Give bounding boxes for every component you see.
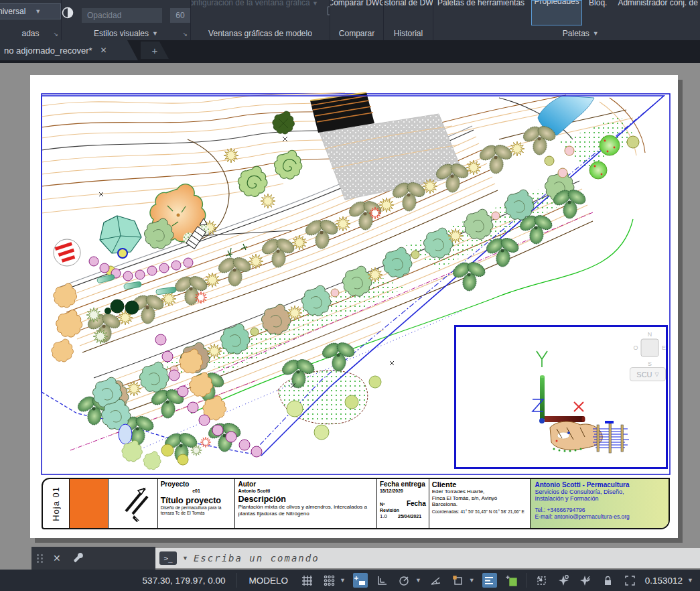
ortho-mode-icon[interactable] bbox=[375, 573, 390, 588]
chevron-down-icon[interactable]: ▼ bbox=[340, 577, 346, 584]
file-tab-bar: no adjornado_recover* ✕ + bbox=[0, 40, 700, 63]
dialog-launcher-icon[interactable]: ↘ bbox=[182, 31, 188, 38]
customize-wrench-icon[interactable] bbox=[70, 550, 84, 566]
chevron-down-icon: ▼ bbox=[312, 0, 318, 7]
inset-viewport[interactable]: N S E O SCU▽ bbox=[454, 325, 668, 469]
ucs-selector[interactable]: SCU▽ bbox=[630, 367, 666, 381]
object-snap-icon[interactable] bbox=[482, 573, 497, 588]
command-bar: ✕ >_ ▼ Escriba un comando bbox=[0, 547, 700, 570]
tool-palettes-button[interactable]: Paletas de herramientas bbox=[433, 0, 529, 8]
compare-dwg-button[interactable]: Comparar DWG bbox=[330, 0, 383, 8]
compass-n: N bbox=[648, 331, 652, 338]
panel-palettes: Paletas de herramientas Propiedades Bloq… bbox=[433, 0, 700, 40]
title-block: Hoja 01 Proyecto e01 Título proyecto Dis… bbox=[42, 478, 670, 529]
command-prompt-text: Escriba un comando bbox=[194, 553, 320, 564]
annotation-scale[interactable]: 0.153012 bbox=[645, 576, 683, 586]
divider bbox=[236, 573, 237, 588]
chevron-down-icon[interactable]: ▼ bbox=[469, 577, 475, 584]
dwg-history-button[interactable]: Historial de DWG bbox=[384, 0, 433, 8]
compass-s: S bbox=[648, 360, 652, 367]
drawing-canvas-background[interactable]: N S E O SCU▽ Hoja 01 bbox=[0, 63, 700, 548]
panel-history: Historial de DWG Historial bbox=[384, 0, 433, 40]
north-arrow-icon bbox=[111, 482, 154, 526]
inset-3d-view: N S E O bbox=[456, 327, 666, 467]
command-bar-handle[interactable]: ✕ bbox=[31, 547, 155, 570]
company-cell: Antonio Scotti - Permacultura Servicios … bbox=[531, 479, 669, 528]
3d-object-snap-icon[interactable] bbox=[557, 573, 571, 588]
chevron-down-icon[interactable]: ▼ bbox=[415, 577, 421, 584]
color-key-cell bbox=[70, 479, 109, 528]
paper-sheet[interactable]: N S E O SCU▽ Hoja 01 bbox=[30, 75, 678, 538]
drag-grip-icon[interactable] bbox=[37, 554, 44, 563]
chevron-down-icon[interactable]: ▼ bbox=[687, 577, 693, 584]
panel-visual-styles: Opacidad 60 Estilos visuales▼ ↘ bbox=[62, 0, 191, 40]
coordinates-readout: 537.30, 179.97, 0.00 bbox=[143, 576, 226, 586]
chevron-down-icon: ▼ bbox=[152, 30, 158, 37]
status-bar: 537.30, 179.97, 0.00 MODELO ▼ ▼ ▼ bbox=[0, 570, 700, 591]
dialog-launcher-icon[interactable]: ↘ bbox=[53, 31, 58, 38]
isolate-objects-icon[interactable] bbox=[623, 573, 638, 588]
panel-compare: Comparar DWG Comparar bbox=[330, 0, 384, 40]
object-snap-tracking-icon[interactable] bbox=[451, 573, 466, 588]
panel-history-label: Historial bbox=[384, 27, 433, 40]
client-cell: Cliente Eder Torrades Huarte, Finca El T… bbox=[429, 479, 531, 528]
close-icon[interactable]: ✕ bbox=[100, 46, 107, 55]
lock-ui-button[interactable]: Bloq. bbox=[585, 0, 611, 8]
divider bbox=[527, 573, 527, 588]
visual-style-toggle-icon[interactable] bbox=[62, 7, 74, 21]
properties-button[interactable]: Propiedades bbox=[531, 0, 582, 25]
chevron-down-icon: ▼ bbox=[593, 30, 599, 37]
lineweight-icon[interactable] bbox=[504, 573, 519, 588]
ucs-dropdown[interactable]: niversal ▼ bbox=[0, 3, 61, 19]
ribbon: niversal ▼ adas ↘ Opacidad 60 Estilos vi… bbox=[0, 0, 700, 40]
lock-ui-icon[interactable] bbox=[601, 573, 616, 588]
new-tab-button[interactable]: + bbox=[141, 42, 169, 59]
dates-cell: Fecha entrega 18/12/2020 Nº Revisión Fec… bbox=[377, 479, 429, 528]
polar-tracking-icon[interactable] bbox=[397, 573, 412, 588]
model-space-button[interactable]: MODELO bbox=[249, 576, 288, 586]
author-description-cell: Autor Antonio Scotti Descripción Plantac… bbox=[235, 479, 377, 528]
snap-mode-icon[interactable] bbox=[322, 573, 336, 588]
isometric-drafting-icon[interactable] bbox=[429, 573, 443, 588]
named-viewport-icon bbox=[326, 5, 330, 20]
dynamic-input-icon[interactable] bbox=[353, 573, 368, 588]
panel-model-viewports-label: Ventanas gráficas de modelo bbox=[191, 27, 330, 40]
close-icon[interactable]: ✕ bbox=[53, 553, 61, 564]
chevron-down-icon: ▽ bbox=[655, 371, 659, 377]
viewcube[interactable]: N S E O bbox=[633, 331, 666, 367]
command-history-icon[interactable]: >_ bbox=[159, 551, 177, 565]
viewport-config-button[interactable]: Configuración de la ventana gráfica ▼ bbox=[191, 0, 322, 9]
panel-visual-styles-label[interactable]: Estilos visuales▼ bbox=[62, 27, 190, 40]
opacity-input[interactable]: Opacidad bbox=[82, 8, 162, 23]
dynamic-ucs-icon[interactable] bbox=[579, 573, 593, 588]
panel-palettes-label[interactable]: Paletas▼ bbox=[433, 27, 700, 40]
panel-coordinates: niversal ▼ adas ↘ bbox=[0, 0, 62, 40]
file-tab-title: no adjornado_recover* bbox=[4, 46, 92, 56]
project-cell: Proyecto e01 Título proyecto Diseño de p… bbox=[158, 479, 236, 528]
chevron-down-icon: ▼ bbox=[35, 8, 41, 15]
selection-cycling-icon[interactable] bbox=[535, 573, 549, 588]
chevron-down-icon: ▼ bbox=[182, 555, 188, 562]
ucs-dropdown-value: niversal bbox=[0, 7, 25, 16]
compass-e: E bbox=[662, 344, 666, 351]
north-arrow-cell bbox=[109, 479, 158, 528]
grid-icon[interactable] bbox=[299, 573, 314, 588]
panel-model-viewports: Configuración de la ventana gráfica ▼ Ve… bbox=[191, 0, 330, 40]
sheet-set-manager-button[interactable]: Administrador conj. de planos bbox=[614, 0, 700, 8]
command-input[interactable]: >_ ▼ Escriba un comando bbox=[155, 548, 700, 568]
sheet-number-cell: Hoja 01 bbox=[43, 479, 70, 528]
panel-compare-label: Comparar bbox=[330, 27, 383, 40]
panel-coordinates-label: adas bbox=[0, 27, 61, 40]
file-tab-active[interactable]: no adjornado_recover* ✕ bbox=[0, 40, 138, 60]
compass-o: O bbox=[633, 344, 638, 351]
opacity-value[interactable]: 60 bbox=[170, 8, 190, 23]
